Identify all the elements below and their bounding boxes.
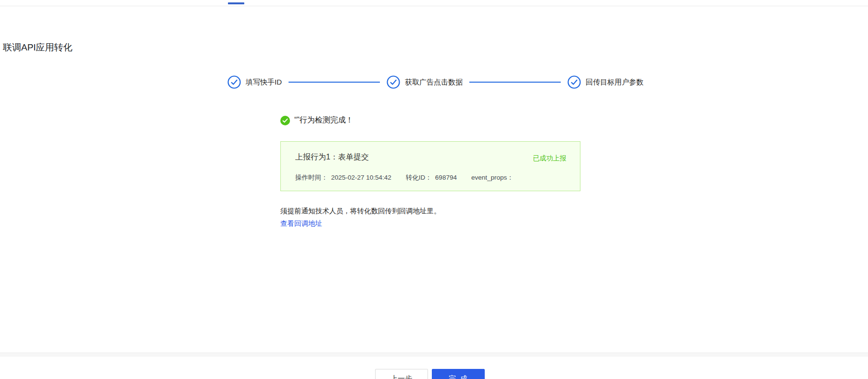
step-label: 获取广告点击数据 [405, 78, 463, 87]
footer-actions: 上一步 完成 [375, 369, 485, 379]
meta-value: 2025-02-27 10:54:42 [331, 174, 391, 181]
stepper-step-1: 填写快手ID [227, 75, 282, 89]
check-circle-icon [387, 75, 400, 89]
check-circle-icon [567, 75, 581, 89]
step-label: 回传目标用户参数 [586, 78, 643, 87]
detection-complete-message: “”行为检测完成！ [294, 115, 353, 125]
detection-result-row: “”行为检测完成！ [280, 115, 580, 125]
page-title: 联调API应用转化 [3, 41, 73, 54]
check-circle-icon [227, 75, 241, 89]
finish-button[interactable]: 完成 [432, 369, 485, 379]
meta-label: 操作时间： [295, 174, 328, 181]
header-divider [0, 6, 868, 6]
stepper-connector [289, 82, 380, 83]
report-card-title: 上报行为1：表单提交 [295, 152, 566, 162]
meta-label: 转化ID： [406, 174, 432, 181]
meta-event-props: event_props： [471, 173, 517, 182]
stepper-connector [469, 82, 561, 83]
stepper-step-2: 获取广告点击数据 [387, 75, 463, 89]
callback-note-text: 须提前通知技术人员，将转化数回传到回调地址里。 [280, 207, 580, 216]
report-card: 上报行为1：表单提交 已成功上报 操作时间：2025-02-27 10:54:4… [280, 141, 580, 191]
report-status-badge: 已成功上报 [533, 154, 566, 163]
stepper-step-3: 回传目标用户参数 [567, 75, 643, 89]
step-label: 填写快手ID [246, 78, 282, 87]
success-check-icon [280, 116, 290, 125]
view-callback-address-link[interactable]: 查看回调地址 [280, 219, 322, 228]
footer-divider [0, 353, 868, 356]
result-panel: “”行为检测完成！ 上报行为1：表单提交 已成功上报 操作时间：2025-02-… [280, 115, 580, 228]
meta-operation-time: 操作时间：2025-02-27 10:54:42 [295, 173, 391, 182]
meta-value: 698794 [435, 174, 457, 181]
previous-step-button[interactable]: 上一步 [375, 369, 428, 379]
meta-conversion-id: 转化ID：698794 [406, 173, 457, 182]
meta-label: event_props： [471, 174, 514, 181]
stepper: 填写快手ID 获取广告点击数据 回传目标用户参数 [227, 75, 643, 89]
active-tab-indicator [228, 2, 244, 4]
report-card-meta: 操作时间：2025-02-27 10:54:42 转化ID：698794 eve… [295, 173, 566, 182]
page-root: 联调API应用转化 填写快手ID 获取广告点击数据 [0, 0, 868, 379]
